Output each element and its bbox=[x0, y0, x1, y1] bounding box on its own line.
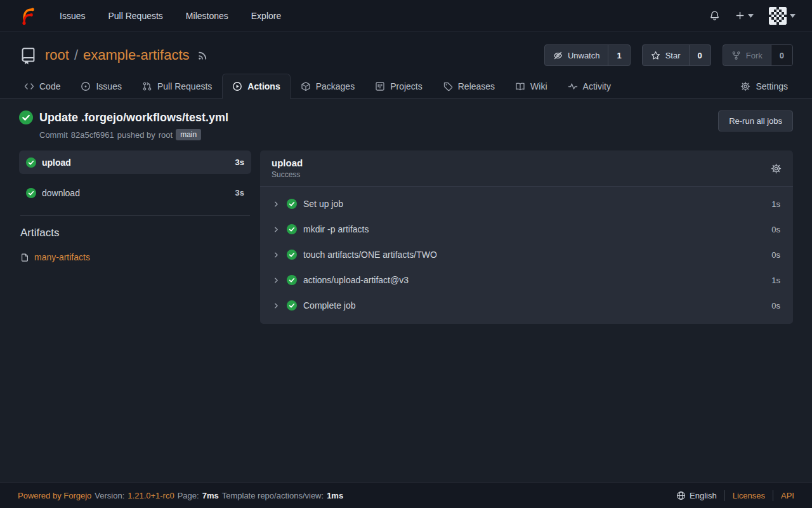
artifact-download-link[interactable]: many-artifacts bbox=[34, 252, 90, 262]
template-time-label: Template repo/actions/view: bbox=[222, 491, 324, 500]
chevron-down-icon bbox=[790, 14, 796, 18]
job-name: download bbox=[42, 188, 80, 198]
powered-by-link[interactable]: Powered by Forgejo bbox=[18, 491, 91, 500]
commit-author: root bbox=[159, 130, 173, 140]
version-link[interactable]: 1.21.0+1-rc0 bbox=[128, 491, 174, 500]
tag-icon bbox=[443, 81, 453, 91]
fork-label: Fork bbox=[746, 51, 763, 60]
run-content: upload 3s download 3s Artifacts many-art… bbox=[0, 150, 812, 324]
avatar bbox=[769, 7, 787, 25]
nav-item-issues[interactable]: Issues bbox=[60, 11, 85, 21]
language-selector[interactable]: English bbox=[676, 491, 717, 500]
repo-owner-link[interactable]: root bbox=[45, 47, 69, 64]
tab-activity[interactable]: Activity bbox=[558, 74, 621, 98]
step-row-complete[interactable]: Complete job 0s bbox=[260, 293, 793, 318]
chevron-down-icon bbox=[748, 14, 754, 18]
step-row-mkdir[interactable]: mkdir -p artifacts 0s bbox=[260, 217, 793, 242]
step-row-setup[interactable]: Set up job 1s bbox=[260, 191, 793, 217]
branch-badge[interactable]: main bbox=[176, 129, 201, 140]
rerun-all-jobs-button[interactable]: Re-run all jobs bbox=[718, 110, 793, 131]
template-time-value: 1ms bbox=[327, 491, 343, 500]
tab-releases[interactable]: Releases bbox=[433, 74, 505, 98]
step-duration: 1s bbox=[771, 276, 780, 285]
repo-name-link[interactable]: example-artifacts bbox=[83, 47, 190, 64]
star-count[interactable]: 0 bbox=[689, 45, 710, 65]
tab-label: Settings bbox=[756, 81, 788, 91]
job-steps-list: Set up job 1s mkdir -p artifacts 0s touc… bbox=[260, 187, 793, 324]
tab-label: Actions bbox=[247, 81, 280, 91]
footer-divider bbox=[724, 490, 725, 501]
step-duration: 1s bbox=[771, 199, 780, 209]
unwatch-label: Unwatch bbox=[568, 51, 600, 60]
tab-issues[interactable]: Issues bbox=[70, 74, 131, 98]
chevron-right-icon bbox=[272, 276, 280, 284]
step-row-upload-artifact[interactable]: actions/upload-artifact@v3 1s bbox=[260, 267, 793, 293]
rss-feed-icon[interactable] bbox=[197, 50, 208, 61]
chevron-right-icon bbox=[272, 225, 280, 234]
eye-slash-icon bbox=[553, 51, 563, 60]
nav-item-explore[interactable]: Explore bbox=[251, 11, 281, 21]
job-item-upload[interactable]: upload 3s bbox=[19, 150, 251, 174]
tab-label: Releases bbox=[458, 81, 495, 91]
tab-settings[interactable]: Settings bbox=[730, 74, 798, 98]
tab-packages[interactable]: Packages bbox=[291, 74, 365, 98]
success-check-icon bbox=[26, 157, 36, 168]
job-duration: 3s bbox=[235, 157, 244, 167]
settings-gear-icon bbox=[740, 81, 750, 91]
step-name: touch artifacts/ONE artifacts/TWO bbox=[303, 250, 437, 260]
commit-sha-link[interactable]: 82a5cf6961 bbox=[71, 130, 114, 140]
play-circle-icon bbox=[232, 81, 242, 91]
nav-item-milestones[interactable]: Milestones bbox=[186, 11, 228, 21]
tab-label: Wiki bbox=[530, 81, 547, 91]
tab-pull-requests[interactable]: Pull Requests bbox=[132, 74, 222, 98]
job-detail-status: Success bbox=[272, 170, 303, 179]
repo-book-icon bbox=[19, 46, 37, 65]
step-name: Set up job bbox=[303, 199, 343, 209]
watch-count[interactable]: 1 bbox=[608, 45, 629, 65]
create-new-dropdown[interactable] bbox=[735, 11, 754, 20]
page-time-value: 7ms bbox=[202, 491, 219, 500]
job-item-download[interactable]: download 3s bbox=[19, 181, 251, 204]
page-spacer bbox=[0, 324, 812, 482]
tab-actions[interactable]: Actions bbox=[222, 74, 290, 99]
success-check-icon bbox=[287, 224, 297, 234]
globe-icon bbox=[676, 491, 686, 500]
fork-button: Fork 0 bbox=[723, 44, 793, 66]
footer-divider bbox=[773, 490, 773, 501]
success-check-icon bbox=[26, 188, 36, 198]
issue-circle-icon bbox=[81, 81, 91, 91]
fork-count: 0 bbox=[771, 45, 792, 65]
job-detail-name: upload bbox=[272, 157, 303, 168]
tab-label: Issues bbox=[96, 81, 121, 91]
fork-icon bbox=[731, 51, 741, 60]
tab-wiki[interactable]: Wiki bbox=[505, 74, 557, 98]
tab-code[interactable]: Code bbox=[14, 74, 70, 98]
step-duration: 0s bbox=[771, 301, 780, 311]
tab-label: Code bbox=[39, 81, 60, 91]
chevron-right-icon bbox=[272, 251, 280, 259]
api-link[interactable]: API bbox=[781, 491, 794, 500]
step-row-touch[interactable]: touch artifacts/ONE artifacts/TWO 0s bbox=[260, 242, 793, 267]
user-menu-dropdown[interactable] bbox=[769, 7, 796, 25]
tab-label: Activity bbox=[583, 81, 611, 91]
tab-label: Packages bbox=[316, 81, 355, 91]
nav-item-pull-requests[interactable]: Pull Requests bbox=[108, 11, 162, 21]
star-button[interactable]: Star 0 bbox=[642, 44, 711, 66]
success-check-icon bbox=[287, 250, 297, 260]
tab-projects[interactable]: Projects bbox=[365, 74, 433, 98]
forgejo-logo-icon[interactable] bbox=[16, 6, 37, 26]
run-title: Update .forgejo/workflows/test.yml bbox=[39, 111, 228, 124]
job-detail-header: upload Success bbox=[260, 150, 793, 187]
licenses-link[interactable]: Licenses bbox=[733, 491, 765, 500]
package-icon bbox=[301, 81, 311, 91]
sidebar-divider bbox=[20, 215, 250, 216]
job-options-gear-icon[interactable] bbox=[771, 163, 782, 174]
unwatch-button[interactable]: Unwatch 1 bbox=[544, 44, 631, 66]
commit-summary: Commit 82a5cf6961 pushed by root main bbox=[39, 129, 228, 140]
footer-meta: Powered by Forgejo Version: 1.21.0+1-rc0… bbox=[18, 491, 343, 500]
success-check-icon bbox=[287, 275, 297, 285]
success-check-icon bbox=[19, 110, 33, 124]
chevron-right-icon bbox=[272, 200, 280, 208]
job-detail-panel: upload Success Set up job 1s mkdir -p ar… bbox=[260, 150, 793, 324]
notifications-bell-icon[interactable] bbox=[709, 10, 720, 21]
